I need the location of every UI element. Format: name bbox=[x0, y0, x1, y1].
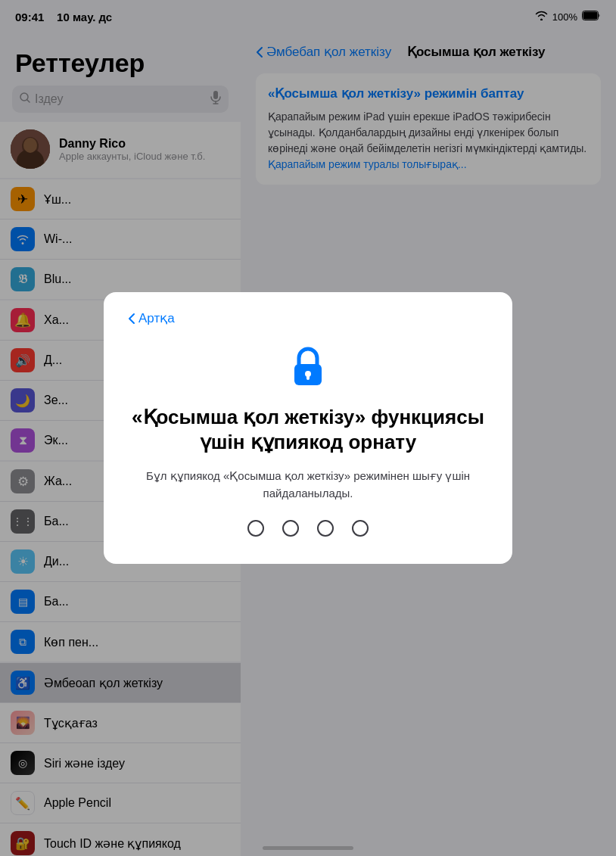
modal-title: «Қосымша қол жеткізу» функциясы үшін құп… bbox=[128, 405, 488, 454]
home-indicator bbox=[263, 846, 353, 850]
modal-description: Бұл құпиякод «Қосымша қол жеткізу» режим… bbox=[128, 468, 488, 502]
modal-lock-icon bbox=[128, 344, 488, 390]
modal-overlay[interactable]: Артқа «Қосымша қол жеткізу» функциясы үш… bbox=[0, 0, 616, 856]
modal-dialog: Артқа «Қосымша қол жеткізу» функциясы үш… bbox=[104, 292, 512, 564]
passcode-dot-2 bbox=[282, 520, 299, 537]
modal-back-button[interactable]: Артқа bbox=[128, 310, 175, 326]
passcode-dot-1 bbox=[247, 520, 264, 537]
passcode-dot-4 bbox=[352, 520, 369, 537]
modal-back-label: Артқа bbox=[138, 310, 175, 326]
passcode-dot-3 bbox=[317, 520, 334, 537]
passcode-dots bbox=[128, 520, 488, 537]
svg-rect-13 bbox=[306, 375, 310, 380]
